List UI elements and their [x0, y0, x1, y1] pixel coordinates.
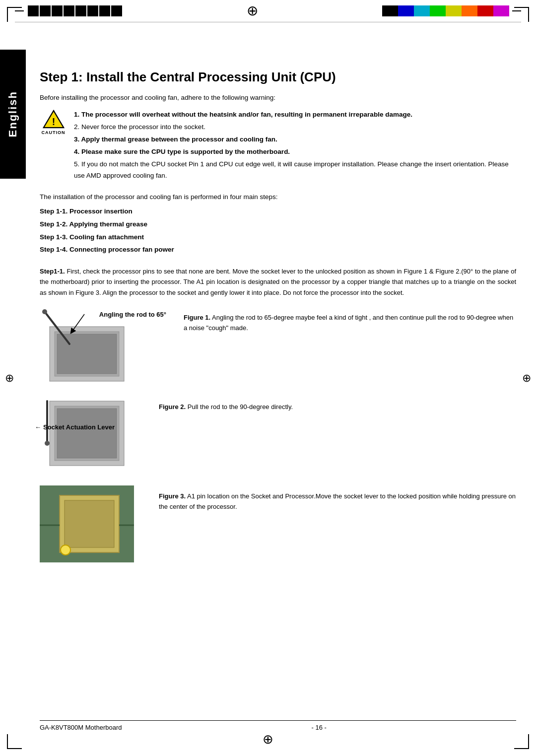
- language-text: English: [6, 91, 19, 137]
- black-sq-2: [40, 5, 51, 16]
- fig2-caption-body: Pull the rod to the 90-degree directly.: [188, 403, 293, 411]
- svg-rect-10: [57, 409, 117, 458]
- caution-label: CAUTION: [42, 130, 66, 135]
- step-num-label: Step1-1.: [40, 268, 65, 275]
- center-reg-mark: ⊕: [247, 4, 258, 18]
- caution-list: 1. The processor will overheat without t…: [74, 109, 516, 183]
- figures-section: Angling the rod to 65° Figure 1. Angling…: [40, 307, 516, 570]
- top-bar: ⊕: [0, 0, 536, 30]
- svg-point-6: [42, 309, 47, 314]
- caution-icon: ! CAUTION: [40, 109, 67, 135]
- figure-3-caption-text: Figure 3. A1 pin location on the Socket …: [159, 491, 516, 512]
- figure-3-caption: Figure 3. A1 pin location on the Socket …: [159, 485, 516, 512]
- top-registration-row: ⊕: [0, 0, 536, 22]
- fig3-caption-title: Figure 3.: [159, 492, 186, 500]
- angling-label: Angling the rod to 65°: [99, 311, 166, 319]
- svg-point-12: [45, 441, 50, 446]
- figure-3-image: [40, 485, 139, 564]
- figure-2-row: ← Socket Actuation Lever Figure 2. Pull …: [40, 396, 516, 475]
- black-sq-7: [99, 5, 110, 16]
- caution-item-3: 3. Apply thermal grease between the proc…: [74, 134, 516, 145]
- svg-point-16: [61, 545, 70, 555]
- steps-list: Step 1-1. Processor insertion Step 1-2. …: [40, 205, 516, 256]
- black-sq-3: [52, 5, 63, 16]
- figure-1-caption-text: Figure 1. Angling the rod to 65-degree m…: [184, 313, 516, 334]
- black-sq-6: [87, 5, 98, 16]
- figure-1-image: Angling the rod to 65°: [40, 307, 139, 385]
- step-1-4: Step 1-4. Connecting processor fan power: [40, 243, 516, 256]
- right-reg-mark: ⊕: [522, 373, 531, 384]
- fig2-caption-title: Figure 2.: [159, 403, 186, 411]
- fig3-caption-body: A1 pin location on the Socket and Proces…: [159, 492, 516, 510]
- color-bars: [382, 5, 509, 16]
- footer-page-num: - 16 -: [312, 724, 327, 731]
- figure-2-caption-text: Figure 2. Pull the rod to the 90-degree …: [159, 402, 516, 412]
- left-reg-mark: ⊕: [5, 373, 14, 384]
- figure-2-caption: Figure 2. Pull the rod to the 90-degree …: [159, 396, 516, 412]
- step-1-1: Step 1-1. Processor insertion: [40, 205, 516, 218]
- page-footer: GA-K8VT800M Motherboard - 16 -: [40, 720, 516, 731]
- bottom-reg-mark: ⊕: [0, 732, 536, 747]
- steps-intro: The installation of the processor and co…: [40, 192, 516, 203]
- caution-item-1: 1. The processor will overheat without t…: [74, 109, 516, 121]
- black-sq-4: [64, 5, 74, 16]
- black-sq-1: [28, 5, 39, 16]
- fig1-caption-body: Angling the rod to 65-degree maybe feel …: [184, 314, 513, 332]
- fig1-label-text: Angling the rod to 65°: [99, 311, 166, 318]
- intro-text: Before installing the processor and cool…: [40, 94, 516, 101]
- step-1-3: Step 1-3. Cooling fan attachment: [40, 231, 516, 244]
- step-description: Step1-1. First, check the processor pins…: [40, 266, 516, 298]
- fig1-caption-title: Figure 1.: [184, 314, 210, 321]
- figure-3-svg: [40, 485, 134, 562]
- figure-2-image: ← Socket Actuation Lever: [40, 396, 139, 475]
- figure-1-row: Angling the rod to 65° Figure 1. Angling…: [40, 307, 516, 385]
- main-content: Step 1: Install the Central Processing U…: [40, 30, 516, 600]
- svg-text:!: !: [52, 116, 55, 127]
- black-sq-5: [75, 5, 86, 16]
- figure-3-row: Figure 3. A1 pin location on the Socket …: [40, 485, 516, 564]
- figure-2-svg: [40, 396, 134, 473]
- svg-rect-15: [65, 500, 114, 548]
- footer-product: GA-K8VT800M Motherboard: [40, 724, 122, 731]
- socket-label: ← Socket Actuation Lever: [35, 423, 115, 432]
- black-sq-8: [111, 5, 122, 16]
- caution-item-2: 2. Never force the processor into the so…: [74, 122, 516, 133]
- page-title: Step 1: Install the Central Processing U…: [40, 69, 516, 85]
- caution-item-5: 5. If you do not match the CPU socket Pi…: [74, 159, 516, 182]
- figure-1-caption: Figure 1. Angling the rod to 65-degree m…: [184, 307, 516, 334]
- caution-triangle-icon: !: [43, 109, 65, 129]
- caution-section: ! CAUTION 1. The processor will overheat…: [40, 109, 516, 183]
- step-1-2: Step 1-2. Applying thermal grease: [40, 218, 516, 231]
- caution-item-4: 4. Please make sure the CPU type is supp…: [74, 146, 516, 158]
- sidebar-language-label: English: [0, 50, 26, 179]
- fig2-label-text: Socket Actuation Lever: [43, 423, 115, 432]
